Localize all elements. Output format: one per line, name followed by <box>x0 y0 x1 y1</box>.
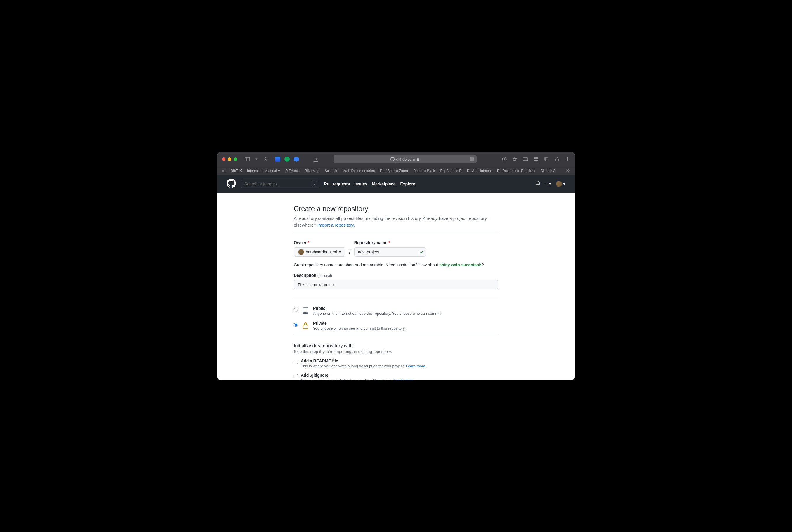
url-text: github.com <box>396 157 415 162</box>
nav-issues[interactable]: Issues <box>355 182 367 186</box>
readme-title: Add a README file <box>301 359 498 363</box>
search-field[interactable] <box>244 182 316 186</box>
bookmark-item[interactable]: DL Appointment <box>467 169 492 173</box>
extension-icon[interactable] <box>275 156 280 162</box>
readme-description: This is where you can write a long descr… <box>301 364 498 368</box>
public-title: Public <box>313 306 498 311</box>
svg-rect-7 <box>536 160 538 162</box>
privacy-icon[interactable] <box>523 156 528 162</box>
window-close-button[interactable] <box>222 157 225 161</box>
nav-explore[interactable]: Explore <box>400 182 415 186</box>
description-label: Description (optional) <box>294 273 498 278</box>
owner-value: harshvardhaniimi <box>306 250 337 254</box>
owner-label: Owner * <box>294 240 345 245</box>
repo-name-label: Repository name * <box>354 240 426 245</box>
initialize-heading: Initialize this repository with: <box>294 343 498 348</box>
bookmarks-bar: BibTeX Interesting Material R Events Bik… <box>217 166 575 175</box>
bookmark-item[interactable]: DL Documents Required <box>497 169 535 173</box>
address-more-icon[interactable]: ⋯ <box>470 157 474 162</box>
svg-point-12 <box>222 170 223 171</box>
window-minimize-button[interactable] <box>228 157 231 161</box>
bookmark-item[interactable]: Bike Map <box>305 169 320 173</box>
bookmark-item[interactable]: DL Link 3 <box>541 169 555 173</box>
extension-icon[interactable]: N <box>313 156 318 162</box>
bookmark-item[interactable]: Math Documentaries <box>342 169 375 173</box>
svg-point-11 <box>225 169 225 169</box>
gitignore-description: Choose which files not to track from a l… <box>301 378 498 380</box>
svg-point-10 <box>223 169 224 169</box>
browser-window: N github.com ⋯ BibTeX Interesting Materi… <box>217 152 575 380</box>
bookmarks-more-icon[interactable] <box>566 169 570 173</box>
user-menu[interactable] <box>556 181 565 187</box>
nav-marketplace[interactable]: Marketplace <box>372 182 396 186</box>
repo-icon <box>301 307 309 315</box>
bookmark-item[interactable]: BibTeX <box>231 169 242 173</box>
traffic-lights <box>222 157 237 161</box>
bookmark-item[interactable]: Interesting Material <box>247 169 280 173</box>
svg-point-14 <box>225 170 225 171</box>
svg-point-16 <box>223 171 224 172</box>
private-title: Private <box>313 321 498 326</box>
bookmark-item[interactable]: Big Book of R <box>440 169 462 173</box>
add-dropdown[interactable]: + <box>545 181 551 187</box>
page-subtitle: A repository contains all project files,… <box>294 215 498 228</box>
divider <box>294 299 498 299</box>
sidebar-toggle-button[interactable] <box>244 156 251 162</box>
bookmark-item[interactable]: Sci-Hub <box>325 169 337 173</box>
gitignore-checkbox[interactable] <box>294 374 298 378</box>
svg-rect-4 <box>534 157 535 159</box>
chevron-down-icon <box>339 251 341 253</box>
browser-chrome: N github.com ⋯ <box>217 152 575 166</box>
readme-checkbox[interactable] <box>294 360 298 364</box>
bookmark-item[interactable]: Regions Bank <box>413 169 435 173</box>
page-title: Create a new repository <box>294 205 498 213</box>
extension-icons: N <box>275 156 318 162</box>
initialize-subtitle: Skip this step if you're importing an ex… <box>294 349 498 354</box>
search-input[interactable]: / <box>241 179 320 188</box>
nav-pull-requests[interactable]: Pull requests <box>324 182 350 186</box>
copy-icon[interactable] <box>544 156 549 162</box>
private-radio[interactable] <box>294 323 298 327</box>
public-radio[interactable] <box>294 308 298 312</box>
bookmarks-grid-icon[interactable] <box>222 169 225 173</box>
downloads-icon[interactable] <box>502 156 507 162</box>
slash-shortcut-icon: / <box>312 181 317 187</box>
share-icon[interactable] <box>554 156 560 162</box>
description-input[interactable] <box>294 280 498 289</box>
svg-point-15 <box>222 171 223 172</box>
address-bar[interactable]: github.com ⋯ <box>334 155 477 163</box>
svg-rect-0 <box>245 157 250 161</box>
divider <box>294 233 498 233</box>
import-repo-link[interactable]: Import a repository. <box>317 223 355 227</box>
private-description: You choose who can see and commit to thi… <box>313 326 498 330</box>
notifications-icon[interactable] <box>536 181 541 187</box>
new-tab-icon[interactable] <box>565 156 570 162</box>
bookmark-item[interactable]: Prof Sean's Zoom <box>380 169 408 173</box>
learn-more-link[interactable]: Learn more. <box>394 378 414 380</box>
divider <box>294 336 498 336</box>
svg-point-9 <box>222 169 223 169</box>
github-right-icons: + <box>536 181 565 187</box>
github-header: / Pull requests Issues Marketplace Explo… <box>217 175 575 193</box>
svg-rect-8 <box>545 158 548 161</box>
inspiration-text: Great repository names are short and mem… <box>294 263 498 267</box>
avatar <box>556 181 562 187</box>
extension-icon[interactable] <box>284 156 290 162</box>
repo-name-input[interactable] <box>354 247 426 256</box>
tab-dropdown-icon[interactable] <box>254 157 258 161</box>
extension-icon[interactable] <box>294 156 299 162</box>
owner-dropdown[interactable]: harshvardhaniimi <box>294 247 345 256</box>
favorite-icon[interactable] <box>512 156 517 162</box>
avatar <box>298 249 304 255</box>
check-icon <box>419 250 424 255</box>
gitignore-title: Add .gitignore <box>301 373 498 378</box>
back-button[interactable] <box>262 156 270 162</box>
page-content: Create a new repository A repository con… <box>217 193 575 380</box>
suggestion-link[interactable]: shiny-octo-succotash <box>439 263 482 267</box>
learn-more-link[interactable]: Learn more. <box>406 364 427 368</box>
window-maximize-button[interactable] <box>233 157 237 161</box>
bookmark-item[interactable]: R Events <box>285 169 300 173</box>
tab-overview-icon[interactable] <box>533 156 539 162</box>
svg-rect-5 <box>536 157 538 159</box>
github-logo-icon[interactable] <box>227 179 236 189</box>
